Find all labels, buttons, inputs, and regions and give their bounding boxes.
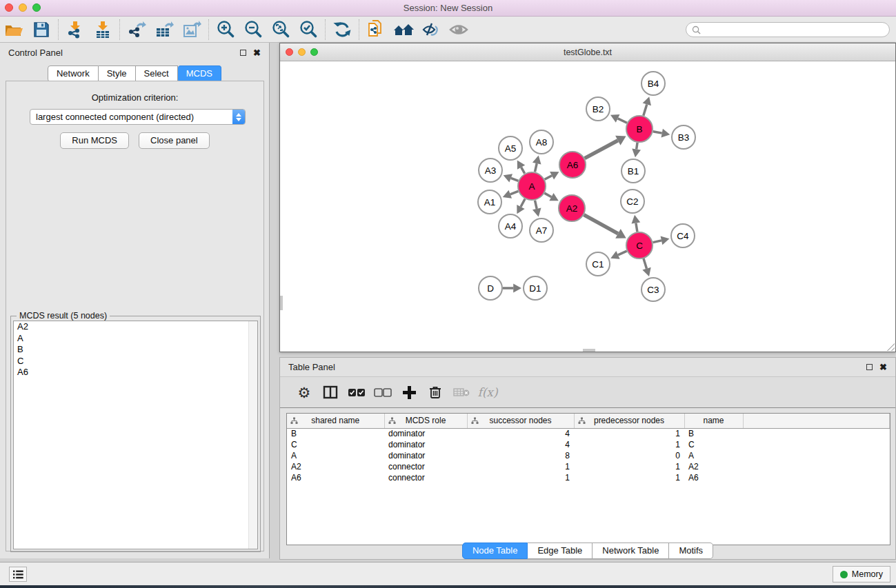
search-box[interactable]	[686, 22, 890, 37]
export-image-button[interactable]	[178, 18, 206, 41]
hide-selected-button[interactable]	[417, 18, 445, 41]
column-header-name[interactable]: name	[684, 414, 743, 428]
cell-successor-nodes[interactable]: 4	[467, 439, 574, 450]
network-canvas[interactable]: B4B2BB3A8A5A6A3B1AA1C2A2A4A7C4CC1C3DD1	[280, 61, 895, 352]
home-button[interactable]	[390, 18, 417, 41]
run-mcds-button[interactable]: Run MCDS	[60, 132, 129, 149]
tab-node-table[interactable]: Node Table	[462, 543, 528, 559]
float-table-panel-icon[interactable]	[866, 364, 873, 370]
delete-table-button[interactable]	[448, 379, 475, 405]
cell-shared-name[interactable]: B	[287, 428, 384, 439]
cell-predecessor-nodes[interactable]: 1	[574, 439, 684, 450]
result-item[interactable]: A2	[14, 321, 257, 333]
column-header-predecessor-nodes[interactable]: predecessor nodes	[574, 414, 684, 428]
scrollbar-track[interactable]	[248, 321, 257, 549]
optimization-criterion-select[interactable]: largest connected component (directed)	[30, 109, 246, 125]
mcds-result-list[interactable]: A2ABCA6	[13, 321, 258, 549]
table-row[interactable]: Cdominator41C	[287, 439, 890, 450]
graph-edge-C-C2[interactable]	[636, 223, 637, 232]
minimize-network-window-button[interactable]	[298, 48, 306, 56]
graph-edge-B-B4[interactable]	[644, 104, 647, 115]
graph-edge-A2-C[interactable]	[584, 215, 618, 234]
graph-edge-A-A3[interactable]	[511, 178, 519, 181]
zoom-in-button[interactable]	[212, 18, 239, 41]
zoom-selected-button[interactable]	[295, 18, 322, 41]
cell-name[interactable]: A2	[684, 461, 743, 472]
table-row[interactable]: A2connector11A2	[287, 461, 890, 472]
cell-predecessor-nodes[interactable]: 1	[574, 428, 684, 439]
cell-name[interactable]: C	[684, 439, 743, 450]
graph-edge-A-A1[interactable]	[510, 191, 519, 194]
column-header-successor-nodes[interactable]: successor nodes	[467, 414, 574, 428]
cell-shared-name[interactable]: A	[287, 450, 384, 461]
import-network-button[interactable]	[61, 18, 89, 41]
tab-style[interactable]: Style	[99, 65, 136, 82]
table-row[interactable]: A6connector11A6	[287, 472, 890, 483]
clone-network-button[interactable]	[362, 18, 390, 41]
result-item[interactable]: C	[14, 356, 257, 367]
close-network-window-button[interactable]	[286, 48, 293, 56]
tab-select[interactable]: Select	[136, 65, 178, 82]
graph-edge-C-C1[interactable]	[618, 251, 627, 255]
import-table-button[interactable]	[89, 18, 117, 41]
minimize-window-button[interactable]	[19, 3, 27, 12]
zoom-fit-button[interactable]	[267, 18, 295, 41]
graph-edge-C-C3[interactable]	[644, 258, 647, 269]
graph-edge-A-A7[interactable]	[535, 201, 537, 209]
show-all-button[interactable]	[445, 18, 472, 41]
show-columns-button[interactable]	[317, 379, 344, 405]
export-network-button[interactable]	[123, 18, 150, 41]
cell-successor-nodes[interactable]: 1	[467, 472, 574, 483]
column-header-MCDS-role[interactable]: MCDS role	[384, 414, 467, 428]
cell-MCDS-role[interactable]: dominator	[384, 428, 467, 439]
cell-MCDS-role[interactable]: connector	[384, 472, 467, 483]
maximize-window-button[interactable]	[32, 3, 41, 12]
graph-edge-A6-B[interactable]	[585, 141, 618, 159]
cell-name[interactable]: B	[684, 428, 743, 439]
close-panel-icon[interactable]: ✖	[253, 50, 261, 56]
tab-edge-table[interactable]: Edge Table	[528, 543, 593, 559]
show-task-history-button[interactable]	[9, 567, 27, 582]
tab-network[interactable]: Network	[48, 65, 99, 82]
graph-edge-A-A6[interactable]	[545, 176, 552, 180]
zoom-out-button[interactable]	[239, 18, 267, 41]
refresh-view-button[interactable]	[328, 18, 356, 41]
delete-columns-button[interactable]	[422, 379, 448, 405]
tab-network-table[interactable]: Network Table	[593, 543, 669, 559]
cell-successor-nodes[interactable]: 4	[467, 428, 574, 439]
cell-name[interactable]: A6	[684, 472, 743, 483]
close-window-button[interactable]	[5, 3, 13, 12]
table-row[interactable]: Adominator80A	[287, 450, 890, 461]
graph-edge-A-A2[interactable]	[544, 193, 551, 197]
horizontal-scrollbar-thumb[interactable]	[583, 349, 595, 352]
graph-edge-A-A4[interactable]	[521, 199, 525, 207]
tab-motifs[interactable]: Motifs	[669, 543, 713, 559]
close-panel-button[interactable]: Close panel	[139, 132, 210, 149]
close-table-panel-icon[interactable]: ✖	[879, 364, 887, 370]
cell-successor-nodes[interactable]: 1	[467, 461, 574, 472]
cell-predecessor-nodes[interactable]: 0	[574, 450, 684, 461]
table-settings-button[interactable]: ⚙	[291, 379, 317, 405]
cell-shared-name[interactable]: C	[287, 439, 384, 450]
graph-edge-B-B1[interactable]	[637, 143, 637, 150]
tab-mcds[interactable]: MCDS	[178, 65, 221, 82]
function-builder-button[interactable]: f(x)	[475, 379, 501, 405]
graph-edge-A-A5[interactable]	[521, 168, 525, 174]
cell-MCDS-role[interactable]: connector	[384, 461, 467, 472]
result-item[interactable]: A	[14, 333, 257, 345]
cell-shared-name[interactable]: A2	[287, 461, 384, 472]
create-column-button[interactable]	[396, 379, 422, 405]
select-all-columns-button[interactable]	[344, 379, 370, 405]
table-row[interactable]: Bdominator41B	[287, 428, 890, 439]
cell-predecessor-nodes[interactable]: 1	[574, 461, 684, 472]
deselect-all-columns-button[interactable]	[370, 379, 396, 405]
graph-edge-B-B3[interactable]	[653, 132, 662, 133]
result-item[interactable]: A6	[14, 367, 257, 378]
cell-shared-name[interactable]: A6	[287, 472, 384, 483]
save-session-button[interactable]	[28, 18, 55, 41]
result-item[interactable]: B	[14, 344, 257, 356]
cell-successor-nodes[interactable]: 8	[467, 450, 574, 461]
cell-predecessor-nodes[interactable]: 1	[574, 472, 684, 483]
cell-MCDS-role[interactable]: dominator	[384, 450, 467, 461]
network-window-titlebar[interactable]: testGlobe.txt	[280, 43, 895, 61]
